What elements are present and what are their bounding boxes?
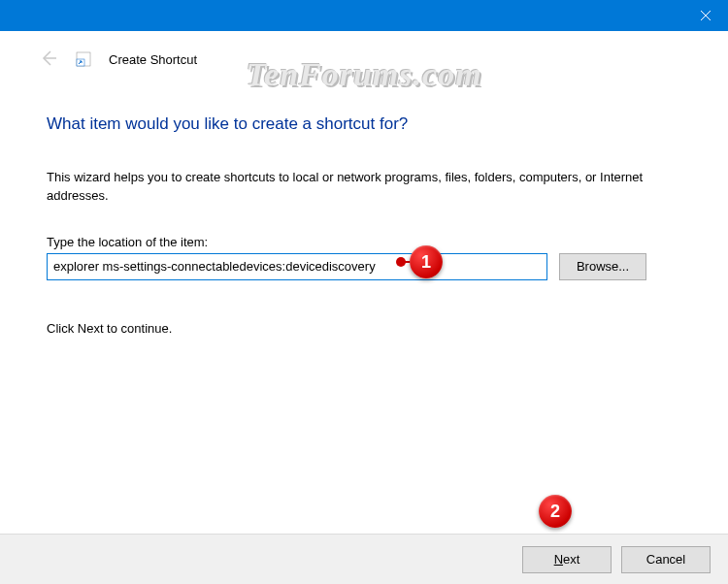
browse-button[interactable]: Browse... — [559, 253, 646, 280]
close-button[interactable] — [683, 0, 728, 31]
location-input-row: Browse... — [47, 253, 681, 280]
shortcut-file-icon — [76, 51, 91, 67]
wizard-heading: What item would you like to create a sho… — [47, 114, 681, 134]
wizard-content: What item would you like to create a sho… — [0, 87, 728, 336]
dialog-title: Create Shortcut — [109, 52, 197, 67]
dialog-header: Create Shortcut — [0, 31, 728, 87]
next-button[interactable]: Next — [522, 546, 612, 573]
back-arrow-icon — [39, 49, 58, 71]
close-icon — [700, 10, 711, 21]
wizard-description: This wizard helps you to create shortcut… — [47, 169, 668, 206]
cancel-button[interactable]: Cancel — [621, 546, 711, 573]
wizard-button-bar: Next Cancel — [0, 534, 728, 584]
next-button-accelerator: N — [554, 552, 563, 567]
next-button-rest: ext — [563, 552, 579, 567]
continue-instruction: Click Next to continue. — [47, 321, 681, 336]
window-titlebar — [0, 0, 728, 31]
location-input[interactable] — [47, 253, 547, 280]
annotation-marker-2: 2 — [539, 495, 572, 528]
location-input-label: Type the location of the item: — [47, 235, 681, 249]
